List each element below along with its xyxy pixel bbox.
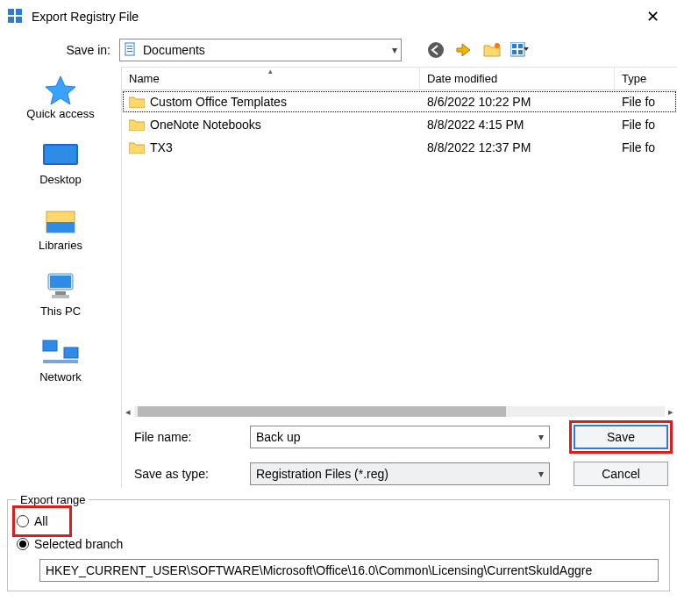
folder-icon bbox=[129, 141, 145, 154]
svg-rect-6 bbox=[127, 48, 132, 49]
svg-point-8 bbox=[428, 42, 444, 58]
save-as-type-value: Registration Files (*.reg) bbox=[256, 467, 388, 481]
save-in-combo[interactable]: Documents ▾ bbox=[119, 39, 402, 61]
scroll-thumb[interactable] bbox=[138, 406, 506, 417]
file-date: 8/8/2022 4:15 PM bbox=[420, 118, 615, 132]
new-folder-button[interactable] bbox=[482, 40, 502, 60]
file-date: 8/8/2022 12:37 PM bbox=[420, 140, 615, 154]
file-row[interactable]: TX38/8/2022 12:37 PMFile fo bbox=[122, 136, 677, 159]
save-in-label: Save in: bbox=[61, 43, 110, 57]
nav-desktop[interactable]: Desktop bbox=[39, 140, 82, 186]
app-icon bbox=[7, 8, 25, 25]
radio-selected-branch-label: Selected branch bbox=[34, 537, 123, 551]
export-range-group: Export range All Selected branch HKEY_CU… bbox=[7, 493, 670, 591]
radio-all[interactable] bbox=[17, 515, 29, 527]
file-name: Custom Office Templates bbox=[150, 95, 287, 109]
sort-asc-icon: ▴ bbox=[268, 67, 273, 75]
save-button[interactable]: Save bbox=[574, 425, 668, 449]
radio-all-label: All bbox=[34, 514, 48, 528]
svg-rect-24 bbox=[64, 347, 78, 358]
nav-this-pc[interactable]: This PC bbox=[40, 271, 81, 318]
svg-rect-23 bbox=[43, 340, 57, 351]
nav-label: Desktop bbox=[39, 173, 82, 186]
file-name: TX3 bbox=[150, 140, 173, 154]
svg-rect-20 bbox=[50, 276, 71, 288]
window-title: Export Registry File bbox=[32, 10, 139, 24]
nav-label: This PC bbox=[40, 304, 81, 318]
desktop-icon bbox=[41, 140, 80, 171]
cancel-button[interactable]: Cancel bbox=[574, 462, 668, 486]
file-name-input[interactable]: Back up ▾ bbox=[250, 426, 550, 448]
libraries-icon bbox=[41, 205, 80, 237]
svg-rect-12 bbox=[518, 44, 523, 48]
svg-rect-5 bbox=[127, 46, 132, 47]
selected-branch-input[interactable]: HKEY_CURRENT_USER\SOFTWARE\Microsoft\Off… bbox=[39, 559, 659, 582]
column-type[interactable]: Type bbox=[615, 68, 677, 90]
folder-icon bbox=[129, 96, 145, 108]
nav-network[interactable]: Network bbox=[39, 337, 82, 383]
scroll-left-icon[interactable]: ◂ bbox=[125, 406, 131, 418]
svg-rect-16 bbox=[45, 146, 76, 163]
nav-label: Libraries bbox=[39, 239, 82, 252]
file-type: File fo bbox=[615, 140, 677, 154]
export-range-legend: Export range bbox=[17, 493, 89, 506]
pc-icon bbox=[41, 271, 80, 303]
svg-rect-11 bbox=[512, 44, 517, 48]
column-date-modified[interactable]: Date modified bbox=[420, 68, 615, 90]
chevron-down-icon: ▾ bbox=[392, 44, 397, 56]
network-icon bbox=[41, 337, 80, 369]
chevron-down-icon: ▾ bbox=[538, 468, 544, 480]
svg-rect-1 bbox=[16, 9, 22, 15]
radio-selected-branch-row[interactable]: Selected branch bbox=[17, 533, 660, 555]
svg-rect-18 bbox=[46, 222, 75, 233]
svg-rect-2 bbox=[8, 17, 14, 23]
nav-label: Quick access bbox=[26, 107, 94, 120]
radio-all-row[interactable]: All bbox=[17, 510, 68, 533]
file-date: 8/6/2022 10:22 PM bbox=[420, 95, 615, 109]
file-name-label: File name: bbox=[134, 430, 250, 444]
file-type: File fo bbox=[615, 95, 677, 109]
nav-label: Network bbox=[39, 370, 82, 383]
list-header: Name ▴ Date modified Type bbox=[122, 68, 677, 90]
star-icon bbox=[41, 74, 80, 105]
file-row[interactable]: Custom Office Templates8/6/2022 10:22 PM… bbox=[122, 90, 677, 113]
nav-quick-access[interactable]: Quick access bbox=[26, 74, 94, 120]
up-one-level-button[interactable] bbox=[454, 40, 474, 60]
svg-rect-3 bbox=[16, 17, 22, 23]
column-name[interactable]: Name ▴ bbox=[122, 68, 420, 90]
svg-rect-22 bbox=[52, 295, 69, 298]
svg-rect-25 bbox=[43, 360, 78, 363]
horizontal-scrollbar[interactable]: ◂ ▸ bbox=[122, 404, 677, 419]
svg-rect-13 bbox=[512, 50, 517, 54]
file-type: File fo bbox=[615, 118, 677, 132]
save-as-type-label: Save as type: bbox=[134, 467, 250, 481]
nav-libraries[interactable]: Libraries bbox=[39, 205, 82, 252]
radio-selected-branch[interactable] bbox=[17, 538, 29, 550]
file-row[interactable]: OneNote Notebooks8/8/2022 4:15 PMFile fo bbox=[122, 113, 677, 136]
svg-rect-7 bbox=[127, 51, 132, 52]
scroll-right-icon[interactable]: ▸ bbox=[668, 406, 673, 418]
svg-rect-0 bbox=[8, 9, 14, 15]
close-button[interactable]: ✕ bbox=[635, 9, 670, 25]
svg-rect-21 bbox=[55, 291, 66, 295]
file-name: OneNote Notebooks bbox=[150, 118, 261, 132]
svg-rect-14 bbox=[518, 50, 523, 54]
view-menu-button[interactable] bbox=[510, 40, 530, 60]
save-in-value: Documents bbox=[143, 43, 205, 57]
document-icon bbox=[124, 42, 138, 59]
chevron-down-icon: ▾ bbox=[538, 431, 544, 443]
folder-icon bbox=[129, 118, 145, 131]
svg-point-9 bbox=[495, 43, 500, 48]
selected-branch-value: HKEY_CURRENT_USER\SOFTWARE\Microsoft\Off… bbox=[46, 563, 592, 577]
file-name-value: Back up bbox=[256, 430, 301, 444]
save-as-type-combo[interactable]: Registration Files (*.reg) ▾ bbox=[250, 462, 550, 485]
back-button[interactable] bbox=[426, 40, 445, 60]
